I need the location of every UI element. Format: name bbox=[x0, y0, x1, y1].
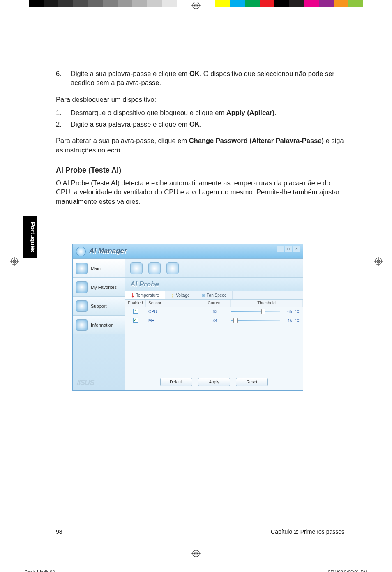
crop-mark bbox=[23, 0, 23, 11]
reset-button[interactable]: Reset bbox=[236, 378, 268, 386]
toolbar bbox=[125, 259, 303, 278]
asus-logo: /iSUS bbox=[77, 378, 94, 387]
sidebar-item-information[interactable]: Information bbox=[73, 316, 125, 334]
favorites-icon bbox=[76, 281, 88, 293]
col-threshold: Threshold bbox=[231, 300, 303, 307]
support-icon bbox=[76, 300, 88, 312]
main-panel: AI Probe Temperature Voltage Fan Speed E… bbox=[125, 259, 303, 390]
slug-file: Book 1.indb 98 bbox=[25, 570, 55, 572]
information-icon bbox=[76, 319, 88, 331]
current-value: 34 bbox=[199, 318, 231, 323]
threshold-slider[interactable] bbox=[231, 320, 280, 321]
list-body: Digite a sua palavra-passe e clique em O… bbox=[71, 69, 344, 88]
sidebar: Main My Favorites Support Information /i… bbox=[73, 259, 125, 390]
threshold-value: 65 bbox=[283, 309, 292, 314]
ai-manager-window: AI Manager — □ × Main My Favorites Suppo… bbox=[72, 244, 303, 391]
body-text: 6. Digite a sua palavra-passe e clique e… bbox=[56, 69, 344, 206]
list-number: 1. bbox=[56, 108, 71, 117]
toolbar-icon[interactable] bbox=[130, 262, 143, 274]
unit-label: ° C bbox=[294, 318, 300, 323]
window-minimize-button[interactable]: — bbox=[277, 246, 284, 252]
crop-mark bbox=[0, 556, 16, 556]
sensor-name: CPU bbox=[146, 309, 199, 314]
col-sensor: Sensor bbox=[146, 300, 199, 307]
tab-label: Fan Speed bbox=[207, 293, 227, 298]
sensor-name: MB bbox=[146, 318, 199, 323]
list-number: 6. bbox=[56, 69, 71, 88]
window-maximize-button[interactable]: □ bbox=[285, 246, 292, 252]
sidebar-item-main[interactable]: Main bbox=[73, 259, 125, 278]
sidebar-item-favorites[interactable]: My Favorites bbox=[73, 278, 125, 297]
window-titlebar: AI Manager — □ × bbox=[73, 244, 303, 259]
threshold-slider[interactable] bbox=[231, 311, 280, 312]
crop-mark bbox=[369, 561, 369, 572]
crop-mark bbox=[376, 556, 392, 556]
section-heading: AI Probe (Teste AI) bbox=[56, 165, 344, 175]
page: 6. Digite a sua palavra-passe e clique e… bbox=[23, 16, 369, 556]
window-close-button[interactable]: × bbox=[293, 246, 300, 252]
unit-label: ° C bbox=[294, 309, 300, 314]
thermometer-icon bbox=[131, 293, 134, 298]
language-tab: Português bbox=[23, 216, 37, 258]
svg-marker-14 bbox=[172, 293, 173, 298]
registration-mark-icon bbox=[191, 1, 201, 10]
paragraph: Para alterar a sua palavra-passe, clique… bbox=[56, 136, 344, 155]
page-number: 98 bbox=[56, 528, 62, 535]
list-number: 2. bbox=[56, 120, 71, 129]
sensor-row: CPU6365° C bbox=[125, 307, 303, 316]
crop-mark bbox=[376, 16, 392, 16]
panel-title: AI Probe bbox=[125, 278, 303, 291]
button-row: Default Apply Reset bbox=[125, 378, 303, 386]
sensor-row: MB3445° C bbox=[125, 316, 303, 325]
apply-button[interactable]: Apply bbox=[198, 378, 230, 386]
registration-mark-icon bbox=[191, 549, 201, 558]
paragraph: O AI Probe (Teste AI) detecta e exibe au… bbox=[56, 178, 344, 206]
bolt-icon bbox=[171, 293, 174, 298]
col-enabled: Enabled bbox=[125, 300, 146, 307]
subtabs: Temperature Voltage Fan Speed bbox=[125, 291, 303, 300]
sidebar-item-label: Main bbox=[91, 266, 101, 271]
default-button[interactable]: Default bbox=[160, 378, 192, 386]
sidebar-item-label: My Favorites bbox=[91, 285, 117, 290]
toolbar-icon[interactable] bbox=[148, 262, 161, 274]
sidebar-item-label: Information bbox=[91, 323, 113, 328]
paragraph: Para desbloquear um dispositivo: bbox=[56, 95, 344, 104]
crop-mark bbox=[0, 16, 16, 16]
current-value: 63 bbox=[199, 309, 231, 314]
registration-mark-icon bbox=[374, 257, 383, 266]
col-current: Current bbox=[199, 300, 231, 307]
window-title: AI Manager bbox=[89, 247, 127, 255]
list-body: Desmarque o dispositivo que bloqueou e c… bbox=[71, 108, 344, 117]
fan-icon bbox=[202, 293, 205, 298]
app-logo-icon bbox=[76, 247, 86, 256]
sidebar-item-label: Support bbox=[91, 304, 107, 309]
crop-mark bbox=[23, 561, 23, 572]
chapter-label: Capítulo 2: Primeiros passos bbox=[271, 528, 344, 535]
tab-temperature[interactable]: Temperature bbox=[125, 291, 165, 299]
tab-fan-speed[interactable]: Fan Speed bbox=[196, 291, 233, 299]
svg-point-16 bbox=[203, 295, 203, 295]
toolbar-icon[interactable] bbox=[166, 262, 179, 274]
registration-mark-icon bbox=[10, 257, 19, 266]
enabled-checkbox[interactable] bbox=[133, 309, 138, 314]
slug-timestamp: 9/24/08 5:06:01 PM bbox=[328, 570, 367, 572]
crop-mark bbox=[369, 0, 369, 11]
grid-header: Enabled Sensor Current Threshold bbox=[125, 300, 303, 307]
sidebar-item-support[interactable]: Support bbox=[73, 297, 125, 316]
svg-point-13 bbox=[132, 295, 134, 297]
footer-rule bbox=[56, 525, 344, 525]
threshold-value: 45 bbox=[283, 318, 292, 323]
list-body: Digite a sua palavra-passe e clique em O… bbox=[71, 120, 344, 129]
tab-voltage[interactable]: Voltage bbox=[165, 291, 196, 299]
tab-label: Voltage bbox=[176, 293, 189, 298]
main-icon bbox=[76, 263, 88, 274]
enabled-checkbox[interactable] bbox=[133, 318, 138, 323]
tab-label: Temperature bbox=[136, 293, 159, 298]
